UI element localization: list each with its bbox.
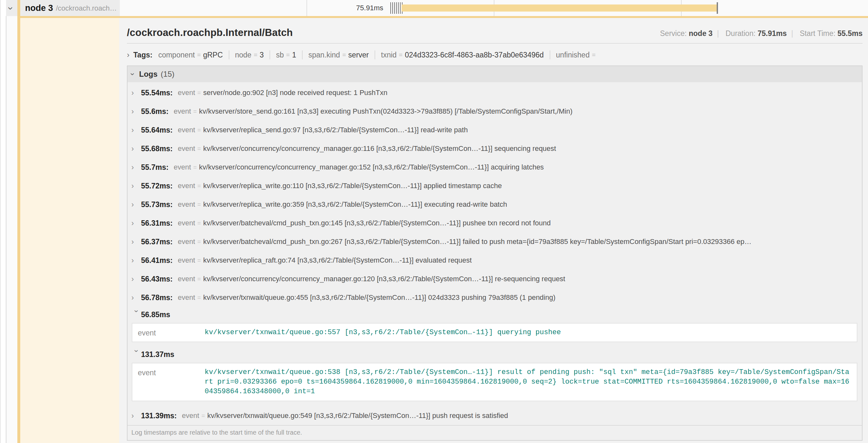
log-expand-chevron-icon[interactable]: ›: [131, 275, 141, 283]
log-value: kv/kvserver/concurrency/concurrency_mana…: [199, 163, 857, 171]
tag-value: 3: [259, 51, 264, 59]
tag-key: sb: [276, 51, 284, 59]
log-timestamp: 56.31ms:: [141, 219, 173, 228]
log-row[interactable]: › 56.31ms: event = kv/kvserver/batcheval…: [127, 214, 862, 232]
tags-label[interactable]: Tags:: [133, 51, 153, 59]
log-expand-chevron-icon[interactable]: ›: [131, 257, 141, 264]
collapse-span-chevron-icon[interactable]: ›: [6, 7, 16, 10]
log-row[interactable]: › 131.39ms: event = kv/kvserver/txnwait/…: [127, 406, 862, 425]
tag-value: 1: [292, 51, 296, 59]
log-timestamp: 55.54ms:: [141, 89, 173, 97]
log-key: event: [174, 163, 191, 171]
header-divider: [127, 43, 863, 44]
tag-item: sb = 1: [276, 51, 296, 59]
tag-value: server: [348, 51, 369, 59]
log-value: kv/kvserver/batcheval/cmd_push_txn.go:26…: [203, 238, 857, 246]
log-key: event: [178, 219, 195, 227]
log-row[interactable]: › 56.41ms: event = kv/kvserver/replica_r…: [127, 251, 862, 270]
log-expand-chevron-icon[interactable]: ›: [131, 127, 141, 134]
log-value: kv/kvserver/batcheval/cmd_push_txn.go:14…: [203, 219, 857, 227]
log-row[interactable]: › 56.78ms: event = kv/kvserver/txnwait/q…: [127, 288, 862, 307]
log-key: event: [178, 256, 195, 265]
log-rows: › 55.54ms: event = server/node.go:902 [n…: [127, 82, 862, 425]
log-timestamp: 131.39ms:: [141, 412, 177, 420]
log-key: event: [178, 200, 195, 209]
tag-separator: [229, 50, 229, 59]
log-equals-sign: =: [197, 89, 201, 96]
logs-section: › Logs (15) › 55.54ms: event = server/no…: [127, 66, 863, 441]
log-key: event: [178, 294, 195, 302]
log-kv-table: event kv/kvserver/txnwait/queue.go:538 […: [132, 363, 858, 401]
log-equals-sign: =: [197, 127, 201, 134]
tag-equals-sign: =: [286, 52, 290, 59]
log-expanded-header[interactable]: › 56.85ms: [127, 308, 862, 322]
log-row[interactable]: › 55.72ms: event = kv/kvserver/replica_w…: [127, 176, 862, 195]
log-timestamp: 56.37ms:: [141, 238, 173, 246]
log-expand-chevron-icon[interactable]: ›: [131, 182, 141, 190]
log-value: kv/kvserver/replica_write.go:359 [n3,s3,…: [203, 200, 857, 209]
span-name-cell[interactable]: › node 3 /cockroach.roach…: [6, 0, 120, 16]
log-value: kv/kvserver/concurrency/concurrency_mana…: [203, 275, 857, 283]
log-row[interactable]: › 55.54ms: event = server/node.go:902 [n…: [127, 83, 862, 102]
service-label: Service:: [660, 29, 687, 38]
log-row[interactable]: › 55.64ms: event = kv/kvserver/replica_s…: [127, 121, 862, 139]
log-expand-chevron-icon[interactable]: ›: [131, 412, 141, 419]
logs-title: Logs: [139, 70, 157, 79]
tag-value: gRPC: [203, 51, 223, 59]
log-value: kv/kvserver/txnwait/queue.go:538 [n3,s3,…: [205, 368, 851, 397]
log-equals-sign: =: [197, 145, 201, 152]
span-meta: Service: node 3| Duration: 75.91ms| Star…: [660, 29, 863, 38]
log-equals-sign: =: [202, 412, 205, 419]
log-timestamp: 56.41ms:: [141, 256, 173, 265]
detail-header: /cockroach.roachpb.Internal/Batch Servic…: [127, 27, 863, 38]
log-key: event: [178, 238, 195, 246]
tag-key: node: [235, 51, 251, 59]
log-equals-sign: =: [197, 275, 201, 282]
log-row[interactable]: › 56.37ms: event = kv/kvserver/batcheval…: [127, 232, 862, 251]
meta-separator: |: [717, 29, 719, 38]
log-key: event: [178, 144, 195, 153]
log-expand-chevron-icon[interactable]: ›: [131, 219, 141, 227]
span-detail-panel: /cockroach.roachpb.Internal/Batch Servic…: [119, 18, 868, 443]
log-row[interactable]: › 55.6ms: event = kv/kvserver/store_send…: [127, 102, 862, 121]
log-collapse-chevron-icon[interactable]: ›: [133, 310, 140, 319]
log-row[interactable]: › 55.68ms: event = kv/kvserver/concurren…: [127, 139, 862, 158]
tags-expand-chevron-icon[interactable]: ›: [127, 51, 129, 59]
log-expand-chevron-icon[interactable]: ›: [131, 238, 141, 246]
log-expand-chevron-icon[interactable]: ›: [131, 108, 141, 115]
span-timeline[interactable]: 75.91ms: [120, 0, 868, 16]
log-timestamp: 56.85ms: [141, 310, 170, 319]
log-collapse-chevron-icon[interactable]: ›: [133, 349, 140, 359]
start-time-value: 55.5ms: [837, 29, 863, 38]
log-key: event: [178, 89, 195, 97]
tag-key: span.kind: [308, 51, 340, 59]
tag-equals-sign: =: [592, 52, 596, 59]
log-expand-chevron-icon[interactable]: ›: [131, 201, 141, 208]
log-equals-sign: =: [197, 182, 201, 190]
span-color-stripe: [17, 0, 20, 443]
logs-count: (15): [161, 70, 175, 79]
tag-item: component = gRPC: [158, 51, 223, 59]
log-equals-sign: =: [197, 238, 201, 245]
log-expand-chevron-icon[interactable]: ›: [131, 145, 141, 152]
tags-row: › Tags: component = gRPC node = 3 sb = 1…: [127, 49, 863, 60]
log-value: kv/kvserver/store_send.go:161 [n3,s3] ex…: [199, 107, 857, 115]
span-bar[interactable]: [402, 4, 717, 11]
logs-header[interactable]: › Logs (15): [127, 66, 862, 82]
log-row[interactable]: › 55.7ms: event = kv/kvserver/concurrenc…: [127, 158, 862, 176]
log-kv-table: event kv/kvserver/txnwait/queue.go:557 […: [132, 323, 858, 342]
log-entry-expanded: › 131.37ms event kv/kvserver/txnwait/que…: [127, 347, 862, 401]
logs-collapse-chevron-icon[interactable]: ›: [129, 73, 136, 75]
log-row[interactable]: › 55.73ms: event = kv/kvserver/replica_w…: [127, 195, 862, 214]
log-value: kv/kvserver/replica_send.go:97 [n3,s3,r6…: [203, 126, 857, 134]
log-expand-chevron-icon[interactable]: ›: [131, 294, 141, 301]
trace-detail-page: › node 3 /cockroach.roach… 75.91ms /cock…: [0, 0, 868, 443]
log-row[interactable]: › 56.43ms: event = kv/kvserver/concurren…: [127, 270, 862, 288]
log-expand-chevron-icon[interactable]: ›: [131, 164, 141, 171]
log-expand-chevron-icon[interactable]: ›: [131, 89, 141, 97]
log-value: server/node.go:902 [n3] node received re…: [203, 89, 857, 97]
log-equals-sign: =: [197, 257, 201, 264]
log-expanded-header[interactable]: › 131.37ms: [127, 347, 862, 362]
log-equals-sign: =: [193, 164, 197, 171]
tag-separator: [270, 50, 270, 59]
